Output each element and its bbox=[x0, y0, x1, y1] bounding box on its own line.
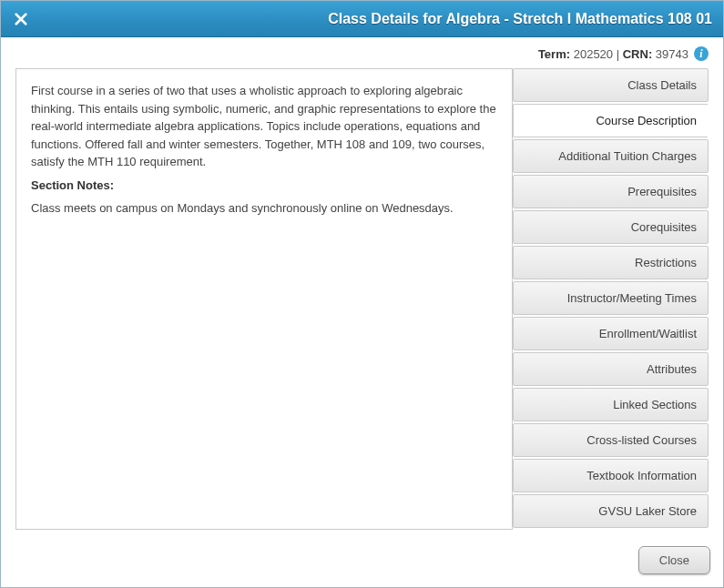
tab-class-details[interactable]: Class Details bbox=[513, 68, 709, 102]
close-icon[interactable] bbox=[12, 10, 30, 28]
tab-linked-sections[interactable]: Linked Sections bbox=[513, 388, 709, 421]
course-description-text: First course in a series of two that use… bbox=[31, 82, 497, 171]
tabs-list: Class DetailsCourse DescriptionAdditiona… bbox=[513, 68, 709, 530]
term-value: 202520 bbox=[574, 47, 613, 61]
dialog-footer: Close bbox=[1, 537, 723, 587]
section-notes-label: Section Notes: bbox=[31, 178, 114, 192]
tab-enrollment-waitlist[interactable]: Enrollment/Waitlist bbox=[513, 317, 709, 350]
tab-cross-listed[interactable]: Cross-listed Courses bbox=[513, 423, 709, 457]
tab-laker-store[interactable]: GVSU Laker Store bbox=[513, 494, 709, 528]
dialog-body: Class DetailsCourse DescriptionAdditiona… bbox=[1, 68, 723, 537]
dialog-title: Class Details for Algebra - Stretch I Ma… bbox=[328, 11, 712, 27]
tab-corequisites[interactable]: Corequisites bbox=[513, 210, 709, 244]
tab-instructor-meeting[interactable]: Instructor/Meeting Times bbox=[513, 281, 709, 315]
info-icon: i bbox=[694, 46, 709, 61]
tab-attributes[interactable]: Attributes bbox=[513, 352, 709, 386]
tab-content-panel: First course in a series of two that use… bbox=[15, 68, 513, 530]
tab-textbook-info[interactable]: Textbook Information bbox=[513, 459, 709, 492]
close-button[interactable]: Close bbox=[638, 546, 710, 574]
tab-prerequisites[interactable]: Prerequisites bbox=[513, 175, 709, 208]
section-notes-text: Class meets on campus on Mondays and syn… bbox=[31, 199, 497, 218]
term-crn-row: i Term: 202520 | CRN: 39743 bbox=[1, 37, 723, 68]
tab-restrictions[interactable]: Restrictions bbox=[513, 246, 709, 279]
term-label: Term: bbox=[538, 47, 570, 61]
class-details-dialog: Class Details for Algebra - Stretch I Ma… bbox=[0, 0, 724, 588]
crn-value: 39743 bbox=[656, 47, 688, 61]
crn-label: CRN: bbox=[623, 47, 653, 61]
tab-additional-tuition[interactable]: Additional Tuition Charges bbox=[513, 139, 709, 173]
tab-course-description[interactable]: Course Description bbox=[513, 104, 709, 137]
dialog-titlebar: Class Details for Algebra - Stretch I Ma… bbox=[1, 1, 723, 37]
